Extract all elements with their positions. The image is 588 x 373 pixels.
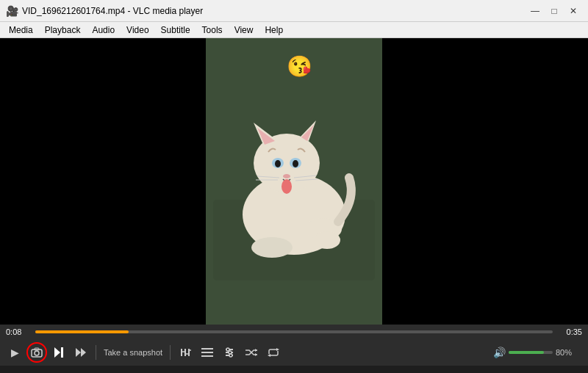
svg-marker-45 — [268, 354, 270, 357]
svg-point-21 — [35, 351, 39, 355]
svg-rect-35 — [201, 355, 213, 357]
controls-top-row: ▶ Take a snapshot — [4, 342, 584, 363]
cat-container: 😘 — [206, 38, 382, 325]
separator-1 — [96, 345, 96, 360]
volume-percentage: 80% — [556, 348, 578, 357]
volume-icon: 🔊 — [493, 347, 506, 358]
time-total: 0:35 — [559, 327, 582, 336]
svg-marker-42 — [255, 349, 257, 352]
playlist-button[interactable] — [197, 342, 218, 363]
svg-marker-26 — [81, 348, 86, 357]
time-current: 0:08 — [6, 327, 29, 336]
minimize-button[interactable]: — — [526, 4, 544, 18]
svg-marker-43 — [255, 353, 257, 356]
menu-video[interactable]: Video — [121, 23, 154, 37]
svg-rect-24 — [61, 347, 63, 358]
svg-rect-34 — [201, 352, 213, 353]
menu-tools[interactable]: Tools — [196, 23, 229, 37]
svg-point-40 — [226, 348, 229, 351]
svg-point-9 — [275, 160, 281, 167]
svg-point-18 — [314, 231, 340, 249]
progress-fill — [35, 330, 129, 333]
progress-bar[interactable] — [35, 330, 553, 333]
title-controls: — □ ✕ — [526, 4, 582, 18]
svg-marker-44 — [276, 348, 279, 351]
volume-fill — [509, 351, 544, 354]
video-area: 😘 — [0, 38, 588, 325]
svg-marker-25 — [76, 348, 81, 357]
menu-bar: Media Playback Audio Video Subtitle Tool… — [0, 22, 588, 38]
progress-area: 0:08 0:35 — [0, 325, 588, 339]
skip-forward-button[interactable] — [71, 342, 91, 363]
svg-point-12 — [282, 179, 292, 194]
svg-point-10 — [293, 160, 298, 167]
play-button[interactable]: ▶ — [4, 342, 25, 363]
title-left: 🎥 VID_1696212601764.mp4 - VLC media play… — [6, 5, 203, 17]
snapshot-label[interactable]: Take a snapshot — [101, 348, 165, 357]
vlc-icon: 🎥 — [6, 5, 18, 17]
close-button[interactable]: ✕ — [564, 4, 582, 18]
repeat-button[interactable] — [263, 342, 284, 363]
equalizer-button[interactable] — [175, 342, 196, 363]
maximize-button[interactable]: □ — [545, 4, 563, 18]
menu-view[interactable]: View — [229, 23, 259, 37]
shuffle-button[interactable] — [241, 342, 262, 363]
svg-point-19 — [251, 237, 293, 258]
extended-settings-button[interactable] — [219, 342, 240, 363]
separator-2 — [170, 345, 171, 360]
frame-next-button[interactable] — [49, 342, 69, 363]
menu-media[interactable]: Media — [3, 23, 39, 37]
volume-area: 🔊 80% — [493, 347, 584, 358]
title-bar: 🎥 VID_1696212601764.mp4 - VLC media play… — [0, 0, 588, 22]
svg-point-41 — [229, 354, 232, 357]
menu-subtitle[interactable]: Subtitle — [155, 23, 196, 37]
volume-slider[interactable] — [509, 351, 553, 354]
title-text: VID_1696212601764.mp4 - VLC media player — [22, 6, 203, 16]
svg-rect-33 — [201, 348, 213, 350]
menu-help[interactable]: Help — [259, 23, 289, 37]
menu-playback[interactable]: Playback — [39, 23, 87, 37]
svg-marker-23 — [54, 347, 60, 358]
menu-audio[interactable]: Audio — [86, 23, 121, 37]
svg-point-11 — [283, 174, 290, 178]
controls-wrapper: ▶ Take a snapshot — [0, 339, 588, 366]
emoji-overlay: 😘 — [287, 54, 312, 79]
cat-video-frame — [213, 68, 375, 280]
snapshot-button[interactable] — [26, 342, 47, 363]
